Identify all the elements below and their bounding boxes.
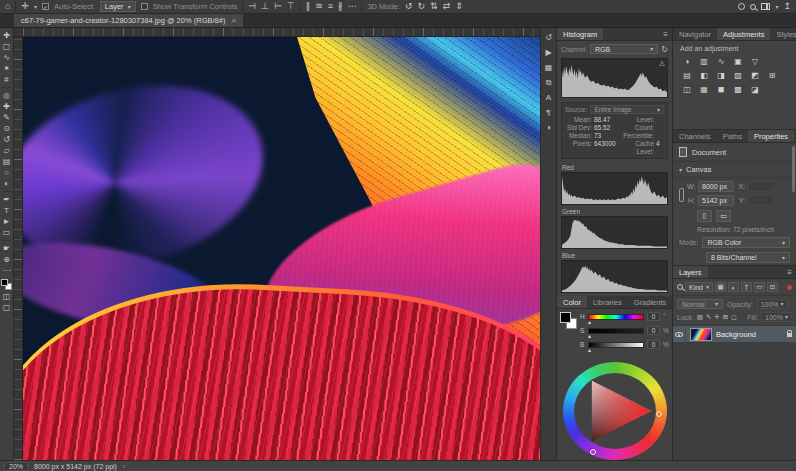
chevron-down-icon[interactable]: ▾ — [775, 4, 778, 10]
tab-styles[interactable]: Styles — [770, 28, 796, 40]
pen-tool[interactable]: ✒ — [3, 195, 10, 204]
fill-field[interactable]: 100%▾ — [761, 312, 792, 322]
object-selection-tool[interactable]: ✶ — [3, 64, 10, 73]
shape-tool[interactable]: ▭ — [3, 228, 11, 237]
layer-visibility-toggle[interactable] — [673, 326, 686, 342]
3d-roll-icon[interactable]: ↻ — [418, 2, 426, 11]
triangle-handle[interactable] — [590, 449, 596, 455]
auto-select-checkbox[interactable]: ✓ — [42, 3, 49, 10]
bit-depth-dropdown[interactable]: 8 Bits/Channel▾ — [706, 252, 790, 263]
type-tool[interactable]: T — [4, 206, 9, 215]
distribute-vertical-icon[interactable]: ≋ — [315, 2, 323, 11]
history-panel-icon[interactable]: ↺ — [545, 34, 552, 42]
search-icon[interactable] — [750, 4, 756, 10]
distribute-horizontal-icon[interactable]: ∥ — [306, 2, 311, 11]
lasso-tool[interactable]: ∿ — [3, 53, 10, 62]
channel-mixer-icon[interactable]: ◩ — [748, 69, 762, 81]
eyedropper-tool[interactable]: ◎ — [3, 91, 10, 100]
canvas-section-header[interactable]: ▾ Canvas — [673, 162, 796, 178]
cache-warning-icon[interactable]: ⚠ — [659, 60, 665, 68]
brightness-slider[interactable]: ▲ — [588, 342, 644, 348]
tab-gradients[interactable]: Gradients — [628, 296, 673, 308]
tab-histogram[interactable]: Histogram — [557, 28, 603, 40]
workspace-switcher-icon[interactable] — [761, 3, 770, 10]
crop-tool[interactable]: # — [4, 75, 8, 84]
align-left-icon[interactable]: ⊣ — [248, 2, 256, 11]
lock-paint-icon[interactable]: ✎ — [706, 313, 711, 321]
filter-adjustment-layers-icon[interactable]: ◐ — [728, 282, 739, 292]
color-lookup-icon[interactable]: ⊞ — [765, 69, 779, 81]
eraser-tool[interactable]: ▱ — [3, 146, 9, 155]
clone-source-panel-icon[interactable]: ⧉ — [546, 79, 552, 87]
status-options-chevron[interactable]: › — [123, 463, 125, 470]
tab-properties[interactable]: Properties — [748, 130, 794, 142]
share-icon[interactable]: ↥ — [783, 2, 791, 11]
gradient-tool[interactable]: ▤ — [3, 157, 11, 166]
screen-mode-button[interactable]: ▢ — [3, 303, 11, 312]
channel-dropdown[interactable]: RGB▾ — [590, 44, 658, 54]
canvas[interactable] — [23, 37, 540, 460]
gradient-map-icon[interactable]: ▩ — [731, 83, 745, 95]
vibrance-icon[interactable]: ▽ — [748, 55, 762, 67]
tab-color[interactable]: Color — [557, 296, 587, 308]
3d-scale-icon[interactable]: ⇕ — [455, 2, 463, 11]
3d-slide-icon[interactable]: ⇄ — [443, 2, 451, 11]
color-wheel[interactable] — [563, 362, 667, 460]
move-tool-preset-icon[interactable]: ✛ — [21, 2, 29, 11]
black-white-icon[interactable]: ◨ — [714, 69, 728, 81]
uncached-refresh-icon[interactable]: ↻ — [661, 45, 668, 54]
actions-panel-icon[interactable]: ▶ — [545, 49, 551, 57]
filter-shape-layers-icon[interactable]: ▭ — [754, 282, 765, 292]
height-field[interactable]: 5142 px — [698, 195, 734, 206]
filter-toggle[interactable] — [787, 285, 792, 290]
move-tool[interactable]: ✛ — [3, 31, 10, 40]
auto-select-dropdown[interactable]: Layer▾ — [100, 1, 136, 12]
close-tab-icon[interactable]: × — [231, 16, 236, 25]
edit-toolbar-button[interactable]: ⋯ — [3, 266, 11, 275]
photo-filter-icon[interactable]: ▨ — [731, 69, 745, 81]
slider-thumb-icon[interactable]: ▲ — [587, 348, 592, 353]
marquee-tool[interactable]: ▢ — [3, 42, 11, 51]
lock-transparent-icon[interactable]: ▨ — [697, 313, 703, 321]
exposure-icon[interactable]: ▣ — [731, 55, 745, 67]
align-center-icon[interactable]: ⊥ — [261, 2, 269, 11]
paragraph-panel-icon[interactable]: ¶ — [546, 109, 550, 117]
threshold-icon[interactable]: ◼ — [714, 83, 728, 95]
portrait-orientation-button[interactable]: ▯ — [697, 210, 712, 222]
posterize-icon[interactable]: ▦ — [697, 83, 711, 95]
lock-artboard-icon[interactable]: ⊞ — [723, 313, 728, 321]
saturation-slider[interactable]: ▲ — [588, 328, 644, 334]
layer-thumbnail[interactable] — [690, 328, 712, 341]
align-top-icon[interactable]: ⊤ — [287, 2, 295, 11]
layer-row-background[interactable]: Background — [673, 326, 796, 343]
distribute-center-icon[interactable]: ≡ — [328, 2, 333, 11]
home-icon[interactable]: ⌂ — [5, 2, 10, 11]
hue-slider[interactable]: ▲ — [588, 314, 644, 320]
filter-smart-objects-icon[interactable]: ⊡ — [767, 282, 778, 292]
curves-icon[interactable]: ∿ — [714, 55, 728, 67]
tab-layers[interactable]: Layers — [673, 266, 708, 278]
healing-brush-tool[interactable]: ✚ — [3, 102, 10, 111]
hue-ring-handle[interactable] — [656, 411, 662, 417]
tab-adjustments[interactable]: Adjustments — [717, 28, 770, 40]
tab-navigator[interactable]: Navigator — [673, 28, 717, 40]
foreground-color-swatch[interactable] — [560, 312, 571, 323]
blur-tool[interactable]: ○ — [4, 168, 9, 177]
brush-tool[interactable]: ✎ — [3, 113, 10, 122]
panel-menu-icon[interactable]: ≡ — [783, 266, 796, 278]
foreground-color-swatch[interactable] — [1, 279, 8, 286]
hand-tool[interactable]: ☛ — [3, 244, 10, 253]
swatches-panel-icon[interactable]: ▦ — [545, 64, 553, 72]
layer-name[interactable]: Background — [716, 330, 756, 339]
link-dimensions-icon[interactable] — [679, 188, 684, 202]
character-panel-icon[interactable]: A — [546, 94, 551, 102]
3d-orbit-icon[interactable]: ↺ — [405, 2, 413, 11]
more-align-options-icon[interactable]: ⋯ — [347, 2, 356, 11]
foreground-background-swatches[interactable] — [1, 279, 12, 290]
account-icon[interactable] — [738, 3, 745, 10]
levels-icon[interactable]: ▥ — [697, 55, 711, 67]
hue-value-field[interactable]: 0 — [647, 312, 660, 321]
saturation-value-field[interactable]: 0 — [647, 326, 660, 335]
document-tab[interactable]: c67-79-gamer-and-creator-1280307384.jpg … — [14, 14, 243, 27]
slider-thumb-icon[interactable]: ▲ — [587, 320, 592, 325]
